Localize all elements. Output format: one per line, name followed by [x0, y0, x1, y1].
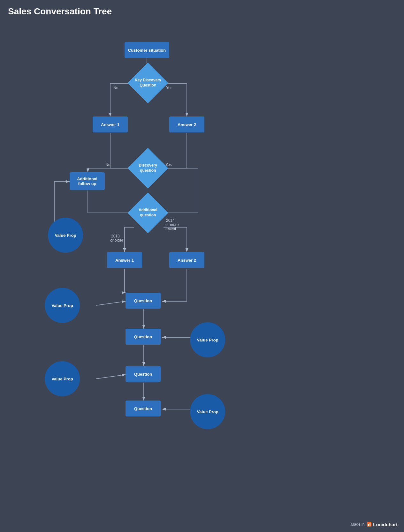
answer2-mid-node: Answer 2: [169, 252, 204, 268]
question2-node: Question: [126, 329, 161, 345]
svg-line-6: [96, 375, 126, 379]
value-prop-circle3: Value Prop: [190, 322, 225, 357]
lucidchart-logo: Lucidchart: [366, 521, 398, 527]
customer-situation-node: Customer situation: [125, 42, 169, 58]
question1-node: Question: [126, 293, 161, 309]
made-in-text: Made in: [351, 522, 365, 527]
svg-line-2: [96, 301, 126, 305]
value-prop-circle4: Value Prop: [45, 361, 80, 396]
answer1-top-node: Answer 1: [93, 116, 128, 132]
yes1-label: Yes: [166, 86, 172, 90]
discovery-question-node: Discoveryquestion: [127, 148, 168, 188]
recent-label: 2014: [166, 218, 175, 223]
arrows-svg: No Yes No Yes 2013 or older 2014 or more…: [0, 23, 404, 527]
svg-rect-10: [368, 524, 369, 526]
page-title: Sales Conversation Tree: [0, 0, 404, 23]
lucidchart-icon: [366, 521, 372, 527]
svg-rect-9: [367, 522, 371, 527]
answer1-mid-node: Answer 1: [107, 252, 142, 268]
lucidchart-badge: Made in Lucidchart: [351, 521, 398, 527]
lucidchart-text: Lucidchart: [373, 522, 398, 527]
recent-label3: recent: [165, 227, 176, 231]
recent-label2: or more: [165, 222, 179, 227]
question4-node: Question: [126, 401, 161, 416]
svg-rect-11: [370, 523, 370, 526]
older-label: 2013: [111, 234, 120, 238]
question3-node: Question: [126, 366, 161, 382]
no2-label: No: [105, 162, 111, 167]
value-prop-circle5: Value Prop: [190, 394, 225, 429]
diagram-container: No Yes No Yes 2013 or older 2014 or more…: [0, 23, 404, 527]
additional-followup-node: Additionalfollow up: [70, 172, 105, 190]
no1-label: No: [113, 86, 118, 90]
value-prop-circle2: Value Prop: [45, 288, 80, 323]
value-prop-circle1: Value Prop: [48, 218, 83, 253]
older-label2: or older: [110, 238, 123, 243]
additional-question-node: Additionalquestion: [127, 192, 168, 233]
answer2-top-node: Answer 2: [169, 116, 204, 132]
key-discovery-node: Key DiscoveryQuestion: [127, 63, 168, 103]
